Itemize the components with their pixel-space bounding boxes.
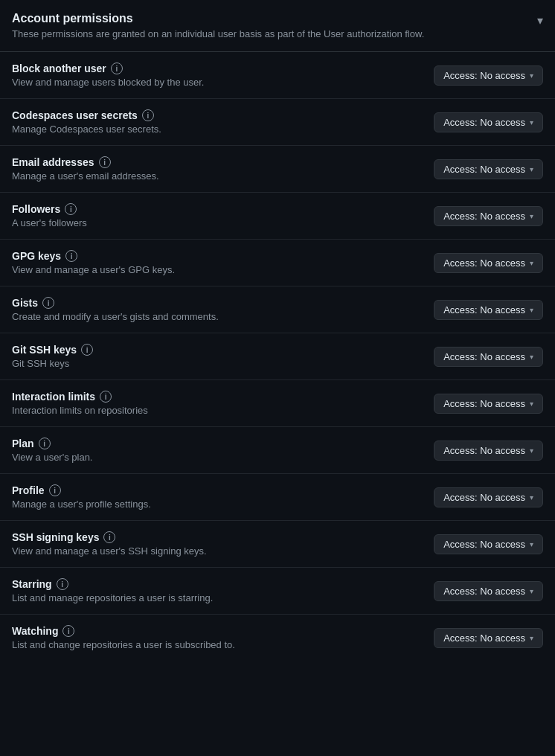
access-label-ssh-signing-keys: Access: No access xyxy=(443,539,525,550)
dropdown-arrow-profile: ▾ xyxy=(530,493,533,502)
permission-item-ssh-signing-keys: SSH signing keys i View and manage a use… xyxy=(0,521,555,568)
access-button-watching[interactable]: Access: No access ▾ xyxy=(434,628,543,648)
permission-info-plan: Plan i View a user's plan. xyxy=(12,438,422,463)
info-icon-codespaces-user-secrets[interactable]: i xyxy=(142,109,154,121)
permission-info-gpg-keys: GPG keys i View and manage a user's GPG … xyxy=(12,250,422,275)
permission-name-block-another-user: Block another user xyxy=(12,63,106,74)
info-icon-block-another-user[interactable]: i xyxy=(111,63,123,74)
permission-desc-interaction-limits: Interaction limits on repositories xyxy=(12,405,422,416)
permission-name-row-gists: Gists i xyxy=(12,297,422,309)
access-label-gpg-keys: Access: No access xyxy=(443,257,525,269)
permission-desc-block-another-user: View and manage users blocked by the use… xyxy=(12,77,422,88)
access-button-followers[interactable]: Access: No access ▾ xyxy=(434,206,543,226)
info-icon-profile[interactable]: i xyxy=(49,484,61,496)
info-icon-gists[interactable]: i xyxy=(42,297,54,309)
dropdown-arrow-block-another-user: ▾ xyxy=(530,71,533,80)
access-button-block-another-user[interactable]: Access: No access ▾ xyxy=(434,65,543,86)
permission-info-followers: Followers i A user's followers xyxy=(12,203,422,228)
permission-name-followers: Followers xyxy=(12,203,60,215)
page-container: Account permissions These permissions ar… xyxy=(0,0,555,661)
permission-desc-gists: Create and modify a user's gists and com… xyxy=(12,311,422,322)
permission-item-followers: Followers i A user's followers Access: N… xyxy=(0,193,555,240)
permission-item-gists: Gists i Create and modify a user's gists… xyxy=(0,286,555,333)
access-label-codespaces-user-secrets: Access: No access xyxy=(443,117,525,128)
permission-name-profile: Profile xyxy=(12,484,45,496)
permission-item-starring: Starring i List and manage repositories … xyxy=(0,568,555,615)
permission-info-watching: Watching i List and change repositories … xyxy=(12,625,422,650)
access-button-gists[interactable]: Access: No access ▾ xyxy=(434,300,543,320)
info-icon-plan[interactable]: i xyxy=(39,438,51,449)
access-button-interaction-limits[interactable]: Access: No access ▾ xyxy=(434,394,543,414)
permission-info-git-ssh-keys: Git SSH keys i Git SSH keys xyxy=(12,344,422,369)
permission-desc-codespaces-user-secrets: Manage Codespaces user secrets. xyxy=(12,124,422,135)
permission-name-row-starring: Starring i xyxy=(12,578,422,590)
info-icon-interaction-limits[interactable]: i xyxy=(100,391,112,403)
permission-info-interaction-limits: Interaction limits i Interaction limits … xyxy=(12,391,422,416)
permission-name-email-addresses: Email addresses xyxy=(12,156,94,168)
permission-name-interaction-limits: Interaction limits xyxy=(12,391,95,403)
info-icon-watching[interactable]: i xyxy=(62,625,74,637)
account-permissions-title: Account permissions xyxy=(12,12,537,25)
permission-name-row-profile: Profile i xyxy=(12,484,422,496)
access-label-starring: Access: No access xyxy=(443,586,525,597)
access-button-codespaces-user-secrets[interactable]: Access: No access ▾ xyxy=(434,112,543,132)
permission-item-gpg-keys: GPG keys i View and manage a user's GPG … xyxy=(0,240,555,286)
permission-info-starring: Starring i List and manage repositories … xyxy=(12,578,422,603)
info-icon-gpg-keys[interactable]: i xyxy=(65,250,77,262)
collapse-icon[interactable]: ▾ xyxy=(537,13,543,28)
permission-name-row-plan: Plan i xyxy=(12,438,422,449)
dropdown-arrow-plan: ▾ xyxy=(530,446,533,455)
permission-name-row-watching: Watching i xyxy=(12,625,422,637)
dropdown-arrow-interaction-limits: ▾ xyxy=(530,400,533,408)
permission-item-git-ssh-keys: Git SSH keys i Git SSH keys Access: No a… xyxy=(0,333,555,380)
permission-info-profile: Profile i Manage a user's profile settin… xyxy=(12,484,422,510)
permission-desc-plan: View a user's plan. xyxy=(12,452,422,463)
permission-name-row-ssh-signing-keys: SSH signing keys i xyxy=(12,531,422,543)
permission-desc-git-ssh-keys: Git SSH keys xyxy=(12,358,422,369)
info-icon-ssh-signing-keys[interactable]: i xyxy=(103,531,115,543)
permission-info-codespaces-user-secrets: Codespaces user secrets i Manage Codespa… xyxy=(12,109,422,135)
access-button-starring[interactable]: Access: No access ▾ xyxy=(434,581,543,601)
permission-info-gists: Gists i Create and modify a user's gists… xyxy=(12,297,422,322)
permission-name-row-gpg-keys: GPG keys i xyxy=(12,250,422,262)
permission-item-profile: Profile i Manage a user's profile settin… xyxy=(0,474,555,521)
dropdown-arrow-gists: ▾ xyxy=(530,306,533,314)
access-label-git-ssh-keys: Access: No access xyxy=(443,351,525,362)
dropdown-arrow-watching: ▾ xyxy=(530,634,533,642)
dropdown-arrow-codespaces-user-secrets: ▾ xyxy=(530,118,533,126)
permission-item-plan: Plan i View a user's plan. Access: No ac… xyxy=(0,427,555,474)
permission-name-gists: Gists xyxy=(12,297,38,309)
permission-name-row-codespaces-user-secrets: Codespaces user secrets i xyxy=(12,109,422,121)
info-icon-git-ssh-keys[interactable]: i xyxy=(81,344,93,356)
info-icon-email-addresses[interactable]: i xyxy=(99,156,111,168)
info-icon-followers[interactable]: i xyxy=(65,203,77,215)
access-button-git-ssh-keys[interactable]: Access: No access ▾ xyxy=(434,347,543,367)
access-button-plan[interactable]: Access: No access ▾ xyxy=(434,441,543,461)
access-label-gists: Access: No access xyxy=(443,304,525,315)
permission-item-interaction-limits: Interaction limits i Interaction limits … xyxy=(0,380,555,427)
permission-item-codespaces-user-secrets: Codespaces user secrets i Manage Codespa… xyxy=(0,99,555,146)
permission-info-block-another-user: Block another user i View and manage use… xyxy=(12,63,422,88)
info-icon-starring[interactable]: i xyxy=(57,578,68,590)
access-button-email-addresses[interactable]: Access: No access ▾ xyxy=(434,159,543,179)
access-button-ssh-signing-keys[interactable]: Access: No access ▾ xyxy=(434,534,543,554)
access-button-gpg-keys[interactable]: Access: No access ▾ xyxy=(434,253,543,273)
permission-name-plan: Plan xyxy=(12,438,34,449)
permission-name-starring: Starring xyxy=(12,578,52,590)
access-label-plan: Access: No access xyxy=(443,445,525,456)
permission-name-row-git-ssh-keys: Git SSH keys i xyxy=(12,344,422,356)
access-label-profile: Access: No access xyxy=(443,492,525,503)
access-label-block-another-user: Access: No access xyxy=(443,70,525,81)
permission-info-email-addresses: Email addresses i Manage a user's email … xyxy=(12,156,422,182)
permission-name-row-block-another-user: Block another user i xyxy=(12,63,422,74)
permission-info-ssh-signing-keys: SSH signing keys i View and manage a use… xyxy=(12,531,422,557)
access-button-profile[interactable]: Access: No access ▾ xyxy=(434,487,543,507)
access-label-followers: Access: No access xyxy=(443,211,525,222)
account-permissions-header: Account permissions These permissions ar… xyxy=(0,0,555,52)
permission-name-row-followers: Followers i xyxy=(12,203,422,215)
permission-name-row-interaction-limits: Interaction limits i xyxy=(12,391,422,403)
access-label-email-addresses: Access: No access xyxy=(443,164,525,175)
permission-desc-watching: List and change repositories a user is s… xyxy=(12,639,422,650)
permission-desc-starring: List and manage repositories a user is s… xyxy=(12,592,422,603)
permission-desc-profile: Manage a user's profile settings. xyxy=(12,499,422,510)
